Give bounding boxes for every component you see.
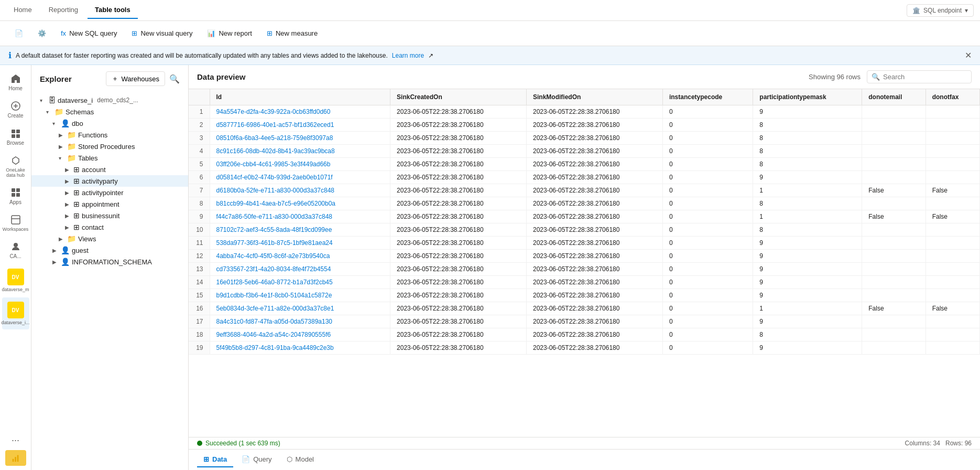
information-schema-node[interactable]: ▶ 👤 INFORMATION_SCHEMA xyxy=(31,256,188,268)
table-row[interactable]: 19 5f49b5b8-d297-4c81-91ba-9ca4489c2e3b … xyxy=(189,341,980,355)
cell-instance: 0 xyxy=(662,237,753,250)
new-report-button[interactable]: 📊 New report xyxy=(201,26,258,40)
cell-donotfax xyxy=(925,315,979,328)
folder-icon: 📁 xyxy=(67,131,76,139)
settings-button[interactable]: ⚙️ xyxy=(31,26,52,40)
views-node[interactable]: ▶ 📁 Views xyxy=(31,233,188,244)
cell-id: d05814cf-e0b2-474b-939d-2aeb0eb1071f xyxy=(210,171,390,184)
tables-node[interactable]: ▾ 📁 Tables xyxy=(31,152,188,164)
tab-reporting[interactable]: Reporting xyxy=(41,2,85,19)
table-row[interactable]: 13 cd733567-23f1-4a20-8034-8fe4f72b4554 … xyxy=(189,263,980,276)
top-tab-bar: Home Reporting Table tools 🏛️ SQL endpoi… xyxy=(0,0,980,21)
status-success: Succeeded (1 sec 639 ms) xyxy=(197,440,280,447)
cell-donotemail xyxy=(862,237,925,250)
cell-sink-modified: 2023-06-05T22:28:38.2706180 xyxy=(526,263,662,276)
table-row[interactable]: 15 b9d1cdbb-f3b6-4e1f-8cb0-5104a1c5872e … xyxy=(189,289,980,302)
table-row[interactable]: 18 9eff3688-4046-4a2d-a54c-2047890555f6 … xyxy=(189,328,980,341)
table-row[interactable]: 7 d6180b0a-52fe-e711-a830-000d3a37c848 2… xyxy=(189,184,980,197)
table-row[interactable]: 12 4abba74c-4cf0-45f0-8c6f-a2e73b9540ca … xyxy=(189,250,980,263)
chevron-down-icon: ▾ xyxy=(59,155,65,161)
table-businessunit-node[interactable]: ▶ ⊞ businessunit xyxy=(31,210,188,221)
table-row[interactable]: 4 8c91c166-08db-402d-8b41-9ac39ac9bca8 2… xyxy=(189,145,980,158)
sidebar-item-dataverse-i[interactable]: DV dataverse_i... xyxy=(2,297,29,329)
cell-participation: 9 xyxy=(753,171,862,184)
sidebar-item-apps[interactable]: Apps xyxy=(2,183,29,209)
browse-icon xyxy=(10,128,21,138)
schema-icon: 👤 xyxy=(61,246,70,254)
cell-participation: 8 xyxy=(753,158,862,171)
cell-instance: 0 xyxy=(662,302,753,315)
table-row[interactable]: 1 94a5547e-d2fa-4c39-922a-0cb63ffd0d60 2… xyxy=(189,105,980,119)
sidebar-item-dataverse-m[interactable]: DV dataverse_m xyxy=(2,264,29,296)
table-row[interactable]: 11 538da977-36f3-461b-87c5-1bf9e81aea24 … xyxy=(189,237,980,250)
table-account-node[interactable]: ▶ ⊞ account xyxy=(31,164,188,175)
tree-root-node[interactable]: ▾ 🗄 dataverse_i demo_cds2_... xyxy=(31,94,188,106)
sql-endpoint-badge[interactable]: 🏛️ SQL endpoint ▾ xyxy=(907,4,974,17)
cell-participation: 1 xyxy=(753,302,862,315)
info-message: A default dataset for faster reporting w… xyxy=(16,52,388,59)
folder-icon: 📁 xyxy=(55,108,63,116)
guest-node[interactable]: ▶ 👤 guest xyxy=(31,244,188,256)
table-appointment-node[interactable]: ▶ ⊞ appointment xyxy=(31,198,188,210)
table-row[interactable]: 9 f44c7a86-50fe-e711-a830-000d3a37c848 2… xyxy=(189,210,980,223)
cell-instance: 0 xyxy=(662,171,753,184)
learn-more-link[interactable]: Learn more xyxy=(392,52,424,59)
search-input[interactable] xyxy=(883,73,967,81)
explorer-search-button[interactable]: 🔍 xyxy=(169,74,180,84)
cell-id: 5eb0834d-3cfe-e711-a82e-000d3a37c8e1 xyxy=(210,302,390,315)
cell-participation: 8 xyxy=(753,197,862,210)
guest-label: guest xyxy=(72,247,89,254)
table-row[interactable]: 8 b81ccb99-4b41-4aea-b7c5-e96e05200b0a 2… xyxy=(189,197,980,210)
functions-node[interactable]: ▶ 📁 Functions xyxy=(31,129,188,141)
sidebar-item-onelake[interactable]: OneLake data hub xyxy=(2,151,29,182)
more-options-button[interactable]: ··· xyxy=(7,433,24,448)
tab-model[interactable]: ⬡ Model xyxy=(280,452,320,467)
cell-sink-modified: 2023-06-05T22:28:38.2706180 xyxy=(526,250,662,263)
table-row[interactable]: 17 8a4c31c0-fd87-47fa-a05d-0da57389a130 … xyxy=(189,315,980,328)
tab-query[interactable]: 📄 Query xyxy=(235,452,278,467)
powerbi-icon xyxy=(5,450,26,466)
table-row[interactable]: 2 d5877716-6986-40e1-ac57-bf1d362eced1 2… xyxy=(189,119,980,132)
sidebar-item-browse[interactable]: Browse xyxy=(2,124,29,150)
table-contact-node[interactable]: ▶ ⊞ contact xyxy=(31,221,188,233)
warehouses-button[interactable]: ＋ Warehouses xyxy=(106,71,166,86)
tab-home[interactable]: Home xyxy=(6,2,39,19)
data-header: Data preview Showing 96 rows 🔍 xyxy=(189,65,980,89)
sql-endpoint-icon: 🏛️ xyxy=(912,7,920,14)
cell-id: b9d1cdbb-f3b6-4e1f-8cb0-5104a1c5872e xyxy=(210,289,390,302)
search-box[interactable]: 🔍 xyxy=(867,70,972,83)
table-row[interactable]: 6 d05814cf-e0b2-474b-939d-2aeb0eb1071f 2… xyxy=(189,171,980,184)
table-row[interactable]: 5 03ff206e-cbb4-4c61-9985-3e3f449ad66b 2… xyxy=(189,158,980,171)
sidebar-item-create[interactable]: Create xyxy=(2,97,29,123)
cell-sink-modified: 2023-06-05T22:28:38.2706180 xyxy=(526,171,662,184)
tab-data[interactable]: ⊞ Data xyxy=(197,452,233,467)
dbo-node[interactable]: ▾ 👤 dbo xyxy=(31,118,188,129)
table-row[interactable]: 10 87102c72-aef3-4c55-8ada-48f19cd099ee … xyxy=(189,223,980,237)
sidebar-item-home[interactable]: Home xyxy=(2,69,29,95)
new-visual-query-button[interactable]: ⊞ New visual query xyxy=(125,26,199,40)
cell-row-num: 5 xyxy=(189,158,210,171)
cell-sink-created: 2023-06-05T22:28:38.2706180 xyxy=(390,145,527,158)
sidebar-item-ca[interactable]: CA... xyxy=(2,237,29,263)
new-file-button[interactable]: 📄 xyxy=(8,26,29,40)
table-row[interactable]: 3 08510f6a-6ba3-4ee5-a218-759e8f3097a8 2… xyxy=(189,132,980,145)
sidebar-item-workspaces[interactable]: Workspaces xyxy=(2,210,29,236)
schemas-node[interactable]: ▾ 📁 Schemas xyxy=(31,106,188,118)
new-measure-button[interactable]: ⊞ New measure xyxy=(260,26,324,40)
svg-rect-5 xyxy=(12,134,15,138)
appointment-label: appointment xyxy=(82,200,119,208)
table-activityparty-node[interactable]: ▶ ⊞ activityparty xyxy=(31,175,188,187)
info-close-button[interactable]: ✕ xyxy=(965,50,972,60)
folder-icon: 📁 xyxy=(67,234,76,243)
account-label: account xyxy=(82,166,106,174)
table-activitypointer-node[interactable]: ▶ ⊞ activitypointer xyxy=(31,187,188,198)
new-sql-query-button[interactable]: fx New SQL query xyxy=(55,26,123,40)
table-row[interactable]: 14 16e01f28-5eb6-46a0-8772-b1a7d3f2cb45 … xyxy=(189,276,980,289)
tab-table-tools[interactable]: Table tools xyxy=(88,2,138,19)
table-row[interactable]: 16 5eb0834d-3cfe-e711-a82e-000d3a37c8e1 … xyxy=(189,302,980,315)
cell-row-num: 7 xyxy=(189,184,210,197)
cell-sink-created: 2023-06-05T22:28:38.2706180 xyxy=(390,171,527,184)
stored-procedures-node[interactable]: ▶ 📁 Stored Procedures xyxy=(31,141,188,152)
cell-donotemail xyxy=(862,328,925,341)
cell-sink-modified: 2023-06-05T22:28:38.2706180 xyxy=(526,210,662,223)
